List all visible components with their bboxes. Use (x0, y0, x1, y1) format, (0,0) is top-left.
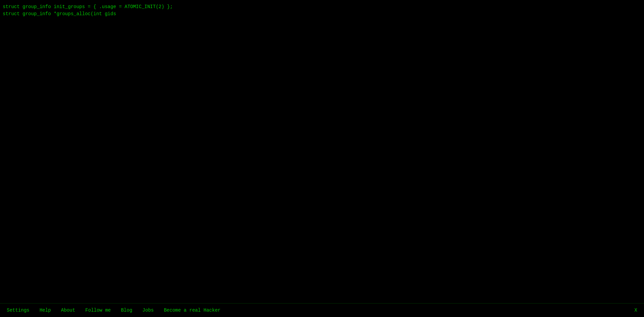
code-area: struct group_info init_groups = { .usage… (0, 0, 644, 303)
footer-link-become-hacker[interactable]: Become a real Hacker (164, 308, 221, 313)
footer-link-follow-me[interactable]: Follow me (85, 308, 111, 313)
footer-link-jobs[interactable]: Jobs (142, 308, 154, 313)
footer-link-blog[interactable]: Blog (121, 308, 132, 313)
code-line-2: struct group_info *groups_alloc(int gids (3, 10, 641, 18)
footer: SettingsHelpAboutFollow meBlogJobsBecome… (0, 303, 644, 317)
footer-link-about[interactable]: About (61, 308, 75, 313)
close-button[interactable]: X (635, 308, 637, 313)
code-line-0: struct group_info init_groups = { .usage… (3, 3, 641, 10)
footer-link-help[interactable]: Help (39, 308, 51, 313)
footer-link-settings[interactable]: Settings (7, 308, 29, 313)
